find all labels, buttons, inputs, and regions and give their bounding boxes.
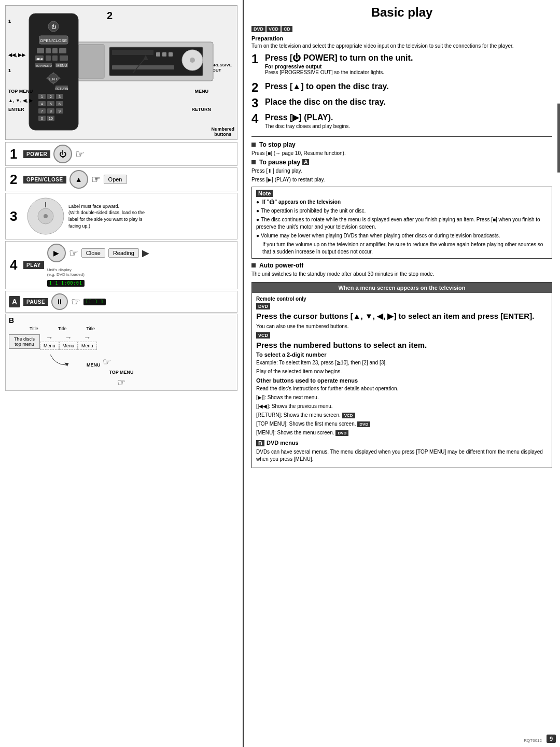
title-label1: Title [30, 326, 38, 331]
svg-rect-7 [156, 52, 160, 57]
svg-marker-11 [143, 55, 148, 60]
flow-title-row: Title Title Title [9, 326, 234, 331]
svg-text:6: 6 [59, 102, 61, 106]
progressive-output-label: For progressive output [265, 64, 413, 69]
rqt-code: RQT6012 [524, 738, 542, 743]
step2-label-wrap: OPEN/CLOSE [23, 168, 66, 191]
main-step-1: 1 Press [⏻ POWER] to turn on the unit. F… [251, 53, 552, 78]
select-2digit-label: To select a 2-digit number [256, 351, 548, 358]
reading-button[interactable]: Reading [108, 248, 139, 258]
step4-number: 4 [6, 242, 23, 289]
main-step-2: 2 Press [▲] to open the disc tray. [251, 81, 552, 94]
step3-number: 3 [6, 193, 23, 239]
label-top-menu: TOP MENU [8, 89, 33, 95]
step3-body: Label must face upward.(With double-side… [23, 193, 237, 239]
main-step-1-num: 1 [251, 53, 263, 65]
menu-col-3: → Menu [78, 333, 97, 350]
menu-screen-box: When a menu screen appears on the televi… [251, 282, 552, 468]
dvd-badge-inner: DVD [256, 303, 270, 309]
step1-number: 1 [6, 143, 23, 165]
arrow-r1: → [46, 333, 53, 342]
menu-screen-content: Remote control only DVD Press the cursor… [252, 293, 552, 468]
other-buttons-text: Read the disc's instructions for further… [256, 385, 548, 392]
stop-play-text: Press [■] (→ page 10, Resume function). [251, 150, 552, 157]
svg-text:5: 5 [50, 102, 52, 106]
svg-rect-23 [46, 55, 51, 61]
svg-text:1: 1 [41, 95, 43, 98]
diagram-label-2: 2 [107, 10, 113, 22]
step2-body: ▲ ☞ Open [66, 168, 237, 191]
preparation-text: Turn on the television and select the ap… [251, 43, 552, 49]
menu-label-bottom: MENU [87, 362, 101, 368]
menu-box-3: Menu [78, 342, 97, 350]
flow-bottom-row: MENU ☞ [9, 352, 234, 368]
svg-rect-18 [46, 48, 51, 53]
step4-box: 4 PLAY ▶ ☞ Close Reading ▶ Unit's displa… [5, 241, 237, 289]
svg-text:⏮⏭: ⏮⏭ [36, 57, 43, 61]
step1-box: 1 POWER ⏻ ☞ [5, 142, 237, 166]
play-begins-bottom: Play of the selected item now begins. [256, 368, 548, 375]
menu-step-subtext: You can also use the numbered buttons. [256, 323, 548, 330]
label-num1-a: 1 [8, 19, 11, 24]
note-title: Note [256, 190, 273, 197]
other-buttons-label: Other buttons used to operate menus [256, 377, 548, 384]
dvd-menus-header: B DVD menus [256, 440, 548, 447]
other-btn-item-3: [TOP MENU]: Shows the first menu screen.… [256, 420, 548, 428]
note-item-4: If you turn the volume up on the televis… [256, 241, 548, 256]
main-step-4-num: 4 [251, 112, 263, 125]
main-step-2-text: Press [▲] to open the disc tray. [265, 81, 389, 92]
step-a-row: A PAUSE ⏸ ☞ II 1 1 [6, 291, 237, 312]
left-panel: 2 4 PROGRESSIVEOUT [0, 0, 244, 747]
svg-marker-64 [64, 362, 69, 367]
unit-display: 1 1 1:00:01 [47, 280, 85, 287]
pause-button-icon[interactable]: ⏸ [51, 293, 68, 310]
preparation-heading: Preparation [251, 35, 552, 41]
hand-icon-step1: ☞ [75, 148, 85, 160]
title-label3: Title [86, 326, 95, 331]
play-indicator: ▶ [142, 247, 149, 259]
pause-text-1: Press [⏸] during play. [251, 167, 552, 175]
top-diagram: 2 4 PROGRESSIVEOUT [5, 5, 237, 140]
note-item-0: If "⏻" appears on the television [256, 199, 548, 206]
svg-rect-24 [52, 55, 58, 61]
other-btn-item-4: [MENU]: Shows the menu screen. DVD [256, 429, 548, 436]
label-enter: ENTER [8, 107, 24, 112]
play-begins-text: The disc tray closes and play begins. [265, 123, 350, 129]
svg-text:2: 2 [50, 95, 52, 98]
svg-text:0: 0 [41, 117, 43, 120]
label-num1-b: 1 [8, 68, 11, 73]
pause-play-bullet [251, 160, 256, 164]
step2-pill: OPEN/CLOSE [23, 176, 66, 184]
note-box: Note If "⏻" appears on the television Th… [251, 187, 552, 259]
hand-top-menu: ☞ [9, 377, 234, 388]
numbered-buttons-label: Numberedbuttons [211, 126, 234, 137]
label-menu: MENU [195, 89, 209, 94]
select-2digit-text: Example: To select item 23, press [≧10],… [256, 359, 548, 367]
svg-text:3: 3 [59, 95, 61, 98]
close-button[interactable]: Close [81, 248, 105, 258]
power-button-icon[interactable]: ⏻ [53, 145, 72, 163]
dvd-badge-menu2: DVD [335, 430, 348, 436]
open-close-button-icon[interactable]: ▲ [69, 170, 88, 189]
main-step-1-text: Press [⏻ POWER] to turn on the unit. [265, 53, 413, 64]
progressive-output-text: Press [PROGRESSIVE OUT] so the indicator… [265, 69, 413, 75]
menu-step-text: Press the cursor buttons [▲, ▼, ◀, ▶] to… [256, 312, 548, 321]
main-step-4-text: Press [▶] (PLAY). [265, 112, 350, 123]
step1-label-wrap: POWER [23, 143, 50, 165]
open-button[interactable]: Open [104, 175, 127, 184]
other-btn-item-1: [|◀◀]: Shows the previous menu. [256, 403, 548, 410]
step1-body: ⏻ ☞ [50, 143, 237, 165]
dvd-badge: DVD [251, 26, 265, 32]
main-step-3-num: 3 [251, 97, 263, 109]
dvd-menus-badge: B [256, 440, 264, 446]
step-a-pill: PAUSE [23, 298, 48, 306]
play-button-icon[interactable]: ▶ [47, 244, 66, 262]
title-label2: Title [58, 326, 67, 331]
vcd-badge-menu: VCD [256, 332, 548, 339]
pause-text-2: Press [▶] (PLAY) to restart play. [251, 176, 552, 184]
svg-rect-8 [162, 52, 166, 57]
main-step-3-text: Place the disc on the disc tray. [265, 97, 386, 108]
stop-play-label: To stop play [259, 141, 296, 148]
label-return: RETURN [192, 107, 212, 112]
svg-rect-17 [37, 48, 44, 53]
